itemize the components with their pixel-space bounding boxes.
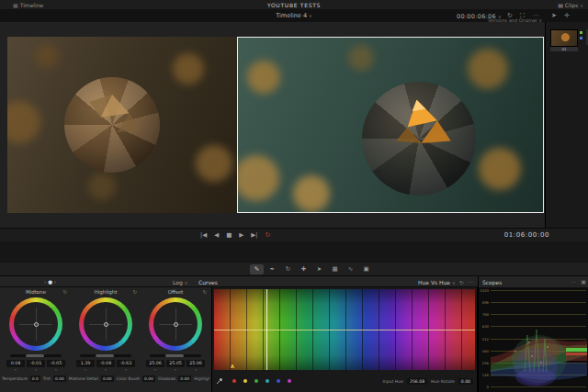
scope-tick-label: 0 (479, 385, 489, 389)
pan-tool-icon[interactable]: ✛ (564, 12, 570, 19)
color-wheel[interactable] (9, 297, 62, 351)
swatch-red[interactable] (232, 379, 236, 383)
curve-mode-dropdown[interactable]: Hue Vs Hue∨ (418, 279, 456, 286)
wheels-mode-dropdown[interactable]: Log∨ (173, 279, 187, 286)
page-dot-icon: ● (48, 279, 54, 285)
curves-reset-icon[interactable]: ↻ (459, 279, 464, 286)
smooth-curve-icon[interactable]: ∿ (344, 264, 357, 274)
auto-adjust-icon[interactable]: ✚ (297, 264, 311, 274)
adjustment-value[interactable]: 0.0 (30, 375, 40, 382)
wheels-pagination[interactable]: ‹●› (44, 279, 58, 285)
clips-icon: ▤ (558, 2, 563, 8)
pointer-tool-icon[interactable]: ➤ (551, 12, 557, 19)
goto-last-frame-button[interactable]: ▶| (251, 231, 257, 239)
reset-curve-icon[interactable]: ↻ (281, 264, 295, 274)
scopes-header: Scopes ⋯ ▣ (478, 276, 588, 287)
shot-original (7, 37, 237, 213)
curves-footer: Input Hue 256.08 Hue Rotate 0.00 (216, 373, 473, 389)
swatch-cyan[interactable] (266, 379, 269, 383)
stepper-icon[interactable]: ▾ (187, 368, 205, 372)
curves-options-icon[interactable]: ⋯ (468, 278, 473, 285)
adjustment-label: Shadows (158, 376, 176, 381)
loop-playback-button[interactable]: ↻ (266, 231, 271, 239)
wheel-value-b[interactable]: 25.06 (187, 360, 205, 367)
curve-edit-tool-icon[interactable]: ✎ (250, 264, 264, 274)
sphere-graded (362, 82, 476, 196)
page-next-icon[interactable]: › (54, 279, 58, 285)
point-select-icon[interactable]: ➤ (312, 264, 326, 274)
wheel-master-slider[interactable] (80, 354, 131, 357)
adjustment-label: Temperature (2, 376, 28, 381)
hue-curve-area[interactable]: A (214, 289, 475, 370)
wheel-reset-icon[interactable]: ↻ (132, 289, 137, 295)
wheel-reset-icon[interactable]: ↻ (62, 289, 67, 295)
scopes-options-icon[interactable]: ⋯ (571, 278, 576, 285)
stepper-icon[interactable]: ▾ (76, 368, 95, 372)
wheel-reset-icon[interactable]: ↻ (202, 289, 207, 295)
wheel-value-g[interactable]: -0.01 (27, 360, 45, 367)
grid-view-icon[interactable]: ▦ (328, 264, 342, 274)
scope-tick-label: 1023 (479, 288, 489, 293)
stepper-icon[interactable]: ▾ (27, 368, 45, 372)
adjustment-value[interactable]: 0.00 (178, 375, 191, 382)
wheel-master-slider[interactable] (150, 354, 201, 357)
swatch-yellow[interactable] (243, 379, 247, 383)
bokeh-blob (196, 145, 232, 182)
swatch-green[interactable] (254, 379, 258, 383)
step-back-button[interactable]: ◀ (214, 231, 219, 239)
sphere-original (64, 77, 160, 173)
scope-tick-label: 384 (479, 349, 489, 353)
clip-thumbnail[interactable] (550, 29, 578, 47)
bokeh-blob (247, 61, 280, 94)
stepper-icon[interactable]: ▾ (6, 368, 25, 372)
adjustment-value[interactable]: 0.00 (142, 375, 155, 382)
bokeh-blob (348, 45, 374, 71)
waveform-display (479, 287, 588, 392)
stepper-icon[interactable]: ▾ (146, 368, 164, 372)
shot-graded[interactable] (237, 37, 544, 213)
hue-rotate-label: Hue Rotate (431, 379, 455, 384)
wheel-indicator[interactable] (174, 322, 178, 327)
color-wheel[interactable] (149, 297, 202, 351)
scope-tick-label: 128 (479, 373, 489, 377)
color-wheel[interactable] (79, 297, 132, 351)
scope-tick-label: 896 (479, 300, 489, 305)
swatch-magenta[interactable] (288, 379, 291, 383)
wheel-value-g[interactable]: -0.08 (96, 360, 115, 367)
adjustment-value[interactable]: 0.00 (101, 375, 114, 382)
wheel-value-r[interactable]: 25.06 (146, 360, 164, 367)
wheel-value-r[interactable]: 0.04 (6, 360, 25, 367)
wheel-value-g[interactable]: 25.05 (166, 360, 185, 367)
clips-toggle[interactable]: ▤ Clips∨ (558, 2, 583, 8)
frame-icon[interactable]: ▣ (359, 264, 373, 274)
swatch-blue[interactable] (277, 379, 280, 383)
wheel-value-r[interactable]: 1.39 (76, 360, 95, 367)
goto-first-frame-button[interactable]: |◀ (200, 231, 207, 239)
scopes-expand-icon[interactable]: ▣ (581, 278, 586, 285)
scope-tick-label: 256 (479, 361, 489, 365)
adjustment-value[interactable]: 0.00 (53, 375, 66, 382)
input-hue-value[interactable]: 256.08 (407, 378, 427, 385)
stepper-icon[interactable]: ▾ (47, 368, 65, 372)
clip-status-blue-dot (580, 37, 582, 39)
timeline-select-label: Timeline 4 (276, 12, 307, 19)
hue-rotate-value[interactable]: 0.00 (458, 378, 473, 385)
stepper-icon[interactable]: ▾ (96, 368, 115, 372)
wheel-value-b[interactable]: -0.05 (47, 360, 65, 367)
play-button[interactable]: ▶ (239, 231, 243, 239)
wheel-indicator[interactable] (104, 322, 108, 327)
wheel-master-slider[interactable] (10, 354, 62, 357)
wheel-indicator[interactable] (34, 322, 39, 327)
curve-baseline (214, 330, 475, 330)
bokeh-blob (88, 173, 116, 200)
eyedropper-icon[interactable] (216, 377, 223, 385)
project-title: YOUTUBE TESTS (0, 2, 588, 8)
eyedropper-tool-icon[interactable]: ✒ (266, 264, 279, 274)
color-wheels-panel: Midtone ↻ 0.04 -0.01 -0.05 ▾▾▾ Highlight… (0, 287, 211, 392)
stepper-icon[interactable]: ▾ (117, 368, 135, 372)
stepper-icon[interactable]: ▾ (166, 368, 185, 372)
wheel-label: Highlight (73, 289, 139, 295)
wheel-value-b[interactable]: -0.63 (117, 360, 135, 367)
viewer-image[interactable] (7, 37, 544, 213)
stop-button[interactable]: ■ (226, 231, 232, 239)
